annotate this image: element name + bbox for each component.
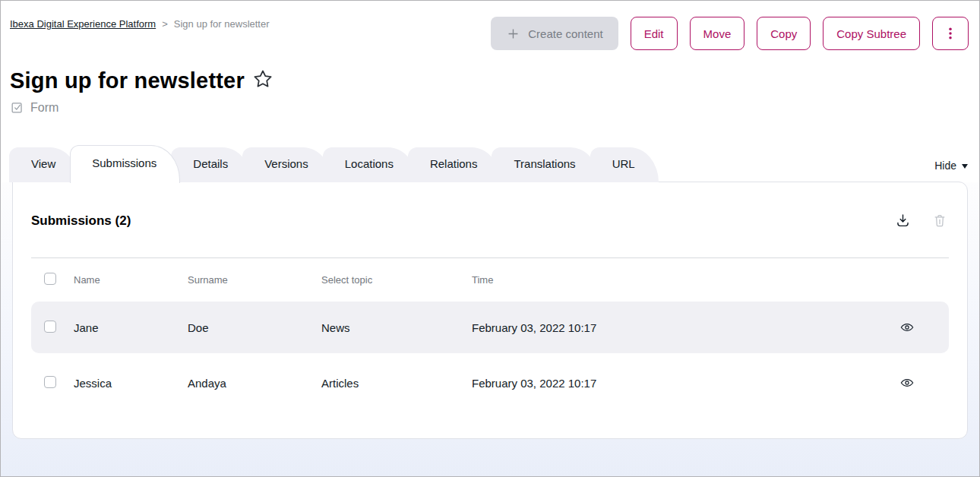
bookmark-star-icon[interactable]	[252, 68, 273, 90]
submissions-tools	[895, 213, 947, 229]
cell-time: February 03, 2022 10:17	[472, 321, 865, 334]
tab-details[interactable]: Details	[171, 147, 251, 182]
view-submission-button[interactable]	[899, 375, 915, 390]
tab-label: Details	[193, 157, 228, 170]
tab-label: Submissions	[92, 156, 156, 169]
submissions-header: Submissions (2)	[13, 182, 967, 229]
tab-label: View	[31, 157, 55, 170]
submissions-panel: Submissions (2)	[12, 182, 968, 439]
table-row[interactable]: Jane Doe News February 03, 2022 10:17	[31, 302, 949, 353]
tab-versions[interactable]: Versions	[242, 147, 332, 182]
tab-relations[interactable]: Relations	[408, 147, 501, 182]
caret-down-icon	[962, 164, 968, 172]
tab-translations[interactable]: Translations	[492, 147, 599, 182]
hide-tabs-toggle[interactable]: Hide	[934, 160, 968, 172]
create-content-button[interactable]: Create content	[491, 17, 618, 50]
submissions-heading: Submissions (2)	[31, 213, 131, 229]
download-icon	[895, 213, 911, 229]
action-buttons: Create content Edit Move Copy Copy Subtr…	[491, 17, 969, 50]
content-type-label: Form	[30, 101, 58, 115]
top-bar: Ibexa Digital Experience Platform > Sign…	[0, 0, 980, 50]
delete-submissions-button[interactable]	[932, 213, 947, 229]
cell-surname: Doe	[188, 321, 321, 334]
cell-select-topic: News	[321, 321, 472, 334]
tab-submissions[interactable]: Submissions	[70, 145, 180, 183]
row-checkbox[interactable]	[44, 376, 56, 388]
row-checkbox[interactable]	[44, 321, 56, 333]
tab-row: View Submissions Details Versions Locati…	[0, 144, 980, 182]
page-title: Sign up for newsletter	[10, 68, 245, 93]
column-header-surname: Surname	[188, 274, 321, 286]
select-all-checkbox[interactable]	[44, 273, 56, 285]
tab-label: Translations	[514, 157, 575, 170]
edit-button[interactable]: Edit	[631, 17, 678, 50]
tab-view[interactable]: View	[9, 147, 79, 182]
eye-icon	[899, 320, 915, 335]
eye-icon	[899, 375, 915, 390]
table-header-row: Name Surname Select topic Time	[31, 257, 949, 302]
table-row[interactable]: Jessica Andaya Articles February 03, 202…	[31, 357, 949, 409]
content-type-row: Form	[10, 100, 980, 115]
ibexa-content-view: Ibexa Digital Experience Platform > Sign…	[0, 0, 980, 477]
breadcrumb-root-link[interactable]: Ibexa Digital Experience Platform	[10, 18, 156, 30]
plus-icon	[506, 27, 520, 41]
header-checkbox-cell	[31, 273, 74, 287]
tab-label: Relations	[430, 157, 478, 170]
trash-icon	[932, 213, 947, 229]
cell-name: Jane	[74, 321, 188, 334]
tab-locations[interactable]: Locations	[323, 147, 417, 182]
submissions-table: Name Surname Select topic Time Jane Doe …	[31, 257, 949, 409]
cell-time: February 03, 2022 10:17	[472, 377, 865, 390]
title-row: Sign up for newsletter	[10, 68, 980, 93]
hide-label: Hide	[934, 160, 956, 172]
form-content-type-icon	[10, 100, 24, 115]
breadcrumb-current: Sign up for newsletter	[174, 18, 270, 30]
tab-label: Versions	[264, 157, 308, 170]
column-header-name: Name	[74, 274, 188, 286]
tab-label: Locations	[345, 157, 394, 170]
column-header-select-topic: Select topic	[321, 274, 472, 286]
cell-select-topic: Articles	[321, 377, 472, 390]
row-checkbox-cell	[31, 321, 74, 335]
cell-name: Jessica	[74, 377, 188, 390]
view-submission-button[interactable]	[899, 320, 915, 335]
more-actions-button[interactable]	[932, 17, 969, 50]
table-body: Jane Doe News February 03, 2022 10:17 Je…	[31, 302, 949, 409]
breadcrumb-separator: >	[162, 18, 168, 30]
create-content-label: Create content	[528, 27, 602, 40]
copy-button[interactable]: Copy	[757, 17, 811, 50]
download-submissions-button[interactable]	[895, 213, 911, 229]
tab-bar: View Submissions Details Versions Locati…	[9, 145, 650, 182]
kebab-menu-icon	[943, 25, 958, 42]
column-header-time: Time	[472, 274, 865, 286]
breadcrumb: Ibexa Digital Experience Platform > Sign…	[10, 18, 270, 30]
tab-label: URL	[612, 157, 635, 170]
row-checkbox-cell	[31, 376, 74, 390]
move-button[interactable]: Move	[690, 17, 745, 50]
tab-url[interactable]: URL	[590, 147, 659, 182]
cell-surname: Andaya	[188, 377, 321, 390]
copy-subtree-button[interactable]: Copy Subtree	[823, 17, 920, 50]
